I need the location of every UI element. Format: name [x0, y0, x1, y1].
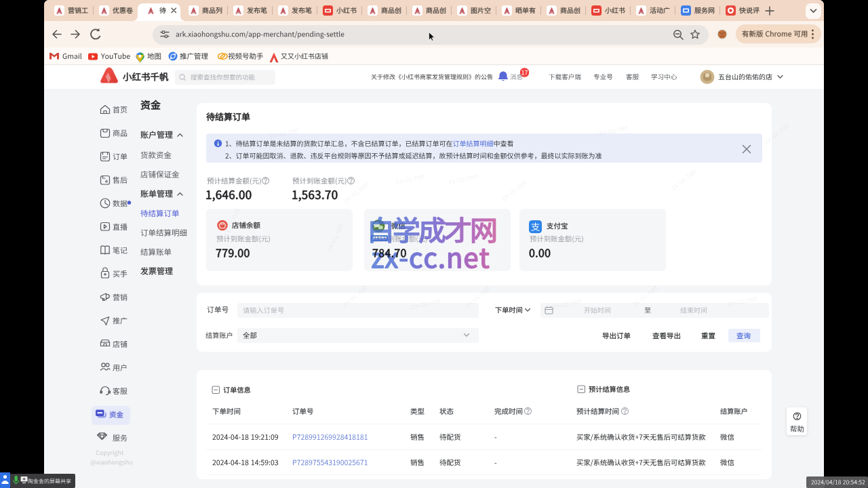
svg-text:zx-cc.net: zx-cc.net	[222, 207, 241, 238]
svg-text:zx-cc.net: zx-cc.net	[410, 297, 441, 311]
svg-text:zx-cc.net: zx-cc.net	[597, 123, 629, 138]
svg-text:zx-cc.net: zx-cc.net	[394, 172, 425, 186]
svg-text:zx-cc.net: zx-cc.net	[551, 297, 582, 311]
svg-text:zx-cc.net: zx-cc.net	[631, 284, 659, 309]
svg-text:zx-cc.net: zx-cc.net	[447, 172, 478, 186]
svg-text:zx-cc.net: zx-cc.net	[726, 294, 757, 308]
svg-text:zx-cc.net: zx-cc.net	[269, 126, 300, 140]
svg-text:zx-cc.net: zx-cc.net	[500, 178, 528, 203]
svg-text:zx-cc.net: zx-cc.net	[463, 285, 492, 310]
svg-text:zx-cc.net: zx-cc.net	[762, 121, 791, 146]
svg-text:zx-cc.net: zx-cc.net	[340, 284, 369, 309]
svg-text:zx-cc.net: zx-cc.net	[669, 167, 698, 192]
svg-text:zx-cc.net: zx-cc.net	[325, 222, 344, 253]
